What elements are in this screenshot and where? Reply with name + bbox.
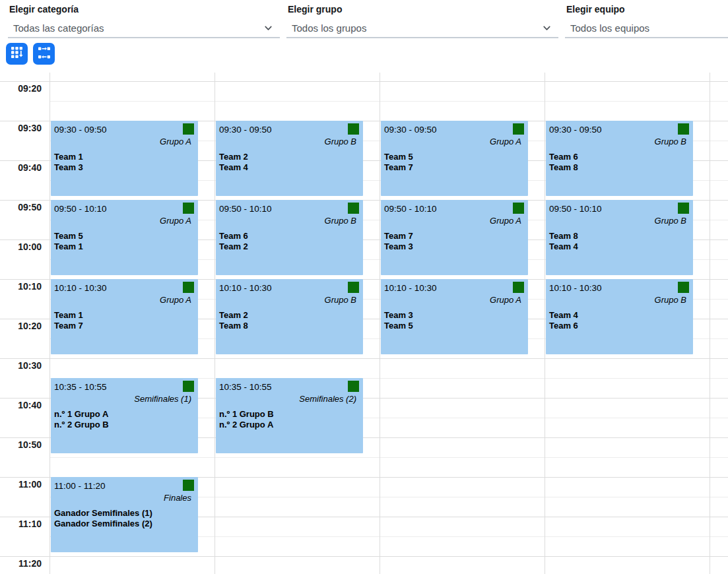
column-divider-line: [710, 73, 710, 574]
schedule-grid: 09:2009:3009:4009:5010:0010:1010:2010:30…: [0, 73, 728, 574]
filter-select[interactable]: Todos los grupos: [286, 19, 558, 38]
time-axis-label: 10:20: [0, 321, 42, 332]
event-stage-label: Grupo A: [51, 214, 198, 226]
match-event[interactable]: 09:30 - 09:50 Grupo B Team 6Team 8: [546, 121, 693, 196]
match-event[interactable]: 09:50 - 10:10 Grupo B Team 6Team 2: [216, 200, 363, 275]
category-color-square: [348, 123, 359, 135]
event-stage-label: Grupo A: [51, 293, 198, 305]
chevron-down-icon: [263, 23, 273, 33]
gridline-minor: [50, 457, 728, 458]
category-color-square: [513, 203, 524, 214]
event-team-line: Team 3: [384, 241, 528, 252]
chevron-down-icon: [542, 23, 552, 33]
match-event[interactable]: 09:30 - 09:50 Grupo A Team 5Team 7: [381, 121, 528, 196]
event-team-line: Team 7: [384, 231, 528, 241]
event-time: 09:50 - 10:10: [546, 200, 693, 214]
time-axis-label: 11:20: [0, 558, 42, 569]
event-teams: Team 5Team 1: [51, 231, 198, 251]
event-team-line: Team 1: [54, 241, 198, 252]
category-color-square: [513, 282, 524, 293]
gridline-major: [0, 358, 728, 359]
match-event[interactable]: 09:50 - 10:10 Grupo B Team 8Team 4: [546, 200, 693, 275]
filter-group: Elegir equipo Todos los equipos: [565, 3, 728, 38]
category-color-square: [183, 203, 194, 214]
bracket-view-button[interactable]: [33, 43, 55, 65]
bracket-swap-icon: [38, 46, 51, 61]
event-teams: Team 4Team 6: [546, 310, 693, 331]
axis-divider-line: [50, 73, 50, 574]
event-team-line: Team 7: [384, 162, 528, 173]
time-axis-label: 10:40: [0, 400, 42, 411]
event-stage-label: Semifinales (2): [216, 392, 363, 404]
match-event[interactable]: 11:00 - 11:20 Finales Ganador Semifinale…: [51, 477, 198, 552]
event-time: 09:50 - 10:10: [381, 200, 528, 214]
event-stage-label: Grupo A: [381, 135, 528, 146]
column-divider-line: [215, 73, 215, 574]
event-teams: Team 5Team 7: [381, 152, 528, 172]
event-time: 10:10 - 10:30: [216, 279, 363, 293]
time-axis-label: 10:30: [0, 360, 42, 371]
event-teams: Team 1Team 3: [51, 152, 198, 172]
event-time: 10:10 - 10:30: [546, 279, 693, 293]
event-time: 09:30 - 09:50: [546, 121, 693, 135]
schedule-view-button[interactable]: [6, 43, 28, 65]
event-team-line: Team 2: [219, 152, 363, 162]
match-event[interactable]: 10:10 - 10:30 Grupo A Team 3Team 5: [381, 279, 528, 354]
schedule-grid-arrow-icon: [11, 46, 24, 61]
event-teams: Team 6Team 8: [546, 152, 693, 172]
event-time: 09:30 - 09:50: [51, 121, 198, 135]
time-axis-label: 10:50: [0, 439, 42, 451]
match-event[interactable]: 10:10 - 10:30 Grupo B Team 2Team 8: [216, 279, 363, 354]
time-axis-label: 11:10: [0, 519, 42, 530]
category-color-square: [183, 282, 194, 293]
event-stage-label: Finales: [51, 491, 198, 503]
filter-group: Elegir categoría Todas las categorías: [8, 3, 280, 38]
match-event[interactable]: 10:10 - 10:30 Grupo B Team 4Team 6: [546, 279, 693, 354]
event-team-line: Team 6: [549, 152, 693, 162]
match-event[interactable]: 09:30 - 09:50 Grupo B Team 2Team 4: [216, 121, 363, 196]
event-team-line: Team 1: [54, 310, 198, 321]
filter-select[interactable]: Todos los equipos: [565, 19, 728, 38]
event-stage-label: Grupo B: [546, 214, 693, 226]
event-time: 09:30 - 09:50: [381, 121, 528, 135]
event-teams: Team 6Team 2: [216, 231, 363, 251]
gridline-major: [0, 81, 728, 82]
event-time: 11:00 - 11:20: [51, 477, 198, 491]
filter-select[interactable]: Todas las categorías: [8, 19, 280, 38]
event-team-line: n.º 2 Grupo A: [219, 420, 363, 430]
match-event[interactable]: 10:35 - 10:55 Semifinales (1) n.º 1 Grup…: [51, 378, 198, 453]
event-stage-label: Grupo A: [381, 293, 528, 305]
event-teams: n.º 1 Grupo An.º 2 Grupo B: [51, 409, 198, 430]
event-stage-label: Semifinales (1): [51, 392, 198, 404]
match-event[interactable]: 10:35 - 10:55 Semifinales (2) n.º 1 Grup…: [216, 378, 363, 453]
event-stage-label: Grupo A: [51, 135, 198, 146]
match-event[interactable]: 10:10 - 10:30 Grupo A Team 1Team 7: [51, 279, 198, 354]
column-divider-line: [380, 73, 380, 574]
filter-bar: Elegir categoría Todas las categorías El…: [0, 0, 728, 38]
column-divider-line: [545, 73, 545, 574]
event-stage-label: Grupo A: [381, 214, 528, 226]
time-axis-label: 10:10: [0, 281, 42, 292]
event-teams: Team 2Team 8: [216, 310, 363, 331]
filter-label: Elegir equipo: [565, 3, 728, 19]
filter-label: Elegir categoría: [8, 3, 280, 19]
event-team-line: Team 3: [384, 310, 528, 321]
category-color-square: [513, 123, 524, 135]
category-color-square: [183, 381, 194, 392]
match-event[interactable]: 09:50 - 10:10 Grupo A Team 7Team 3: [381, 200, 528, 275]
event-teams: Team 1Team 7: [51, 310, 198, 331]
event-time: 09:50 - 10:10: [51, 200, 198, 214]
event-team-line: Team 5: [384, 321, 528, 331]
event-teams: Team 2Team 4: [216, 152, 363, 172]
time-axis-label: 09:50: [0, 202, 42, 213]
time-axis-label: 11:00: [0, 479, 42, 490]
event-time: 10:10 - 10:30: [51, 279, 198, 293]
event-team-line: Team 8: [219, 321, 363, 331]
match-event[interactable]: 09:50 - 10:10 Grupo A Team 5Team 1: [51, 200, 198, 275]
event-team-line: Team 3: [54, 162, 198, 173]
match-event[interactable]: 09:30 - 09:50 Grupo A Team 1Team 3: [51, 121, 198, 196]
filter-selected-value: Todos los grupos: [292, 22, 366, 34]
event-team-line: Team 4: [549, 241, 693, 252]
event-team-line: Team 1: [54, 152, 198, 162]
time-axis-label: 10:00: [0, 241, 42, 253]
